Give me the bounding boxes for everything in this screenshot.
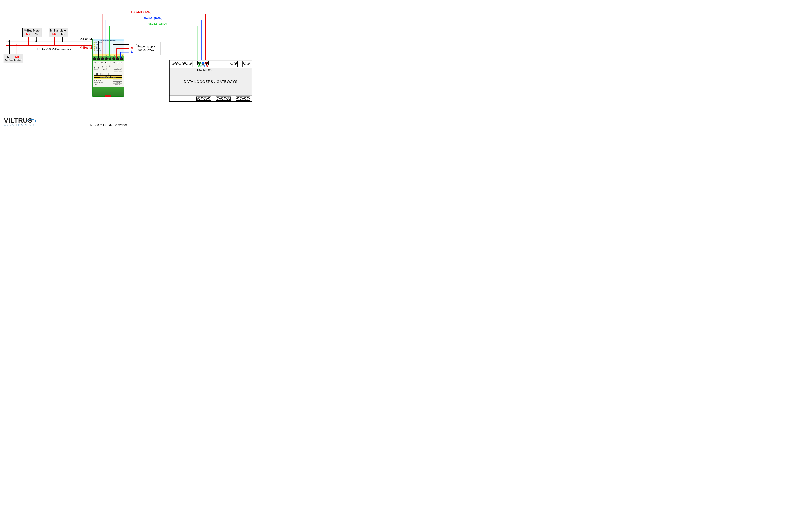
psu-range: 90–250VAC xyxy=(134,48,158,52)
meter-label: M-Bus Meter xyxy=(50,29,67,32)
terminal-screw xyxy=(207,97,210,100)
meter-pin-mminus: M- xyxy=(7,55,10,59)
psu-title: Power supply xyxy=(134,45,158,48)
converter-faceplate: 1 2 3 4 5 6 7 8 M+ M- TXD RXD GND ⏚ N L … xyxy=(93,61,123,87)
terminal-slot xyxy=(180,97,185,101)
rs232-txd-wire xyxy=(205,14,206,62)
junction-dot xyxy=(16,45,18,46)
meter-c-mplus-drop xyxy=(17,45,17,54)
junction-dot xyxy=(8,40,10,42)
logo-swoosh-icon xyxy=(26,119,38,123)
meter-a-mplus-rise xyxy=(28,36,29,46)
terminal-screw xyxy=(234,62,237,65)
terminal-screw xyxy=(201,97,203,100)
terminal-block xyxy=(171,61,193,67)
mbus-meter-c: M- M+ M-Bus Meter xyxy=(4,54,23,63)
terminal-screw xyxy=(240,97,243,100)
terminal-screw xyxy=(243,62,246,65)
rs232-txd-wire xyxy=(102,14,103,58)
junction-dot xyxy=(27,45,29,46)
terminal-screw xyxy=(189,62,192,65)
psu-ground-wire xyxy=(113,44,113,58)
converter-din-foot xyxy=(93,87,123,97)
terminal-screw xyxy=(185,62,188,65)
mbus-meter-a: M-Bus Meter M+ M- xyxy=(22,28,42,37)
rs232-gnd-screw xyxy=(198,62,201,65)
rs232-port-label: RS232 Port xyxy=(197,68,211,72)
terminal-screw xyxy=(224,97,227,100)
meter-pin-mminus: M- xyxy=(61,33,65,36)
terminal-slot xyxy=(171,97,175,101)
converter-caption: M-Bus to RS232 Converter xyxy=(90,123,127,127)
logger-gnd-label: GND xyxy=(198,65,202,67)
terminal-screw xyxy=(230,62,233,65)
rs232-port-block xyxy=(197,61,209,65)
terminal-block xyxy=(216,97,231,101)
meter-count-note: Up to 250 M-Bus meters xyxy=(37,48,71,51)
terminal-block xyxy=(236,97,251,101)
logger-bottom-terminals xyxy=(170,96,252,101)
rs232-gnd-wire xyxy=(109,26,110,58)
mbus-mplus-to-converter xyxy=(95,45,95,58)
terminal-screw xyxy=(247,62,250,65)
logo-line2: ELECTRONICS xyxy=(4,123,35,127)
mbus-mminus-label: M-Bus M- xyxy=(80,37,93,41)
terminal-screw xyxy=(217,97,220,100)
converter-badges: CE LT 📖 RoHS xyxy=(94,73,122,75)
mbus-rs232-converter: M-Bus level converter operating TXD RXD … xyxy=(92,39,124,97)
mbus-mminus-bend xyxy=(95,41,98,42)
terminal-block xyxy=(230,61,238,67)
logger-top-terminals: GND TD RD xyxy=(170,60,252,68)
mbus-mminus-wire xyxy=(6,41,95,42)
converter-terminal-numbers: 1 2 3 4 5 6 7 8 xyxy=(93,54,123,56)
terminal-screw xyxy=(105,57,108,60)
power-supply-box: ⏚ N L Power supply 90–250VAC xyxy=(128,42,161,55)
logger-rd-label: RD xyxy=(206,65,208,67)
viltrus-logo: VILTRUS ELECTRONICS xyxy=(4,117,35,127)
terminal-block xyxy=(242,61,251,67)
logger-td-label: TD xyxy=(203,65,205,67)
psu-n-wire xyxy=(116,48,129,49)
terminal-screw xyxy=(109,57,111,60)
rs232-gnd-label: RS232 (GND) xyxy=(147,22,167,26)
rs232-rxd-wire xyxy=(201,20,202,62)
logger-title: DATA LOGGERS / GATEWAYS xyxy=(170,68,252,96)
meter-label: M-Bus Meter xyxy=(24,29,40,32)
psu-l-label: L xyxy=(131,50,133,53)
meter-pin-mplus: M+ xyxy=(26,33,30,36)
meter-pin-mplus: M+ xyxy=(15,55,20,59)
rs232-rxd-wire xyxy=(106,20,202,20)
din-rail-clip xyxy=(106,95,111,97)
mbus-mminus-to-converter xyxy=(98,41,99,58)
rs232-txd-label: RS232+ (TXD) xyxy=(131,10,151,13)
psu-ground-wire xyxy=(113,44,129,45)
psu-l-wire xyxy=(120,52,121,58)
rs232-rd-screw xyxy=(205,62,208,65)
terminal-screw xyxy=(227,97,230,100)
rs232-gnd-wire xyxy=(109,26,197,26)
terminal-screw xyxy=(175,62,178,65)
psu-n-wire xyxy=(116,48,117,58)
terminal-screw xyxy=(178,62,181,65)
meter-c-mminus-drop xyxy=(9,41,9,54)
caution-label: CAUTION RISK OF ELECTRIC SHOCK DO NOT OP… xyxy=(94,75,122,79)
terminal-screw xyxy=(243,97,246,100)
mbus-mplus-label: M-Bus M+ xyxy=(80,46,94,49)
meter-label: M-Bus Meter xyxy=(5,59,22,62)
terminal-screw xyxy=(247,97,250,100)
psu-n-label: N xyxy=(131,47,133,50)
meter-pin-mminus: M- xyxy=(35,33,38,36)
ground-icon: ⏚ xyxy=(136,43,137,46)
converter-top-panel: M-Bus level converter operating TXD RXD … xyxy=(93,39,123,54)
meter-b-mplus-rise xyxy=(54,36,55,46)
rs232-rxd-label: RS232- (RXD) xyxy=(143,16,163,20)
psu-l-wire xyxy=(120,52,129,53)
terminal-block xyxy=(196,97,211,101)
terminal-screw xyxy=(204,97,207,100)
rs232-gnd-wire xyxy=(197,26,198,62)
terminal-screw xyxy=(197,97,200,100)
junction-dot xyxy=(54,45,55,46)
rs232-txd-wire xyxy=(102,14,206,14)
rs232-td-screw xyxy=(202,62,204,65)
junction-dot xyxy=(62,40,63,42)
